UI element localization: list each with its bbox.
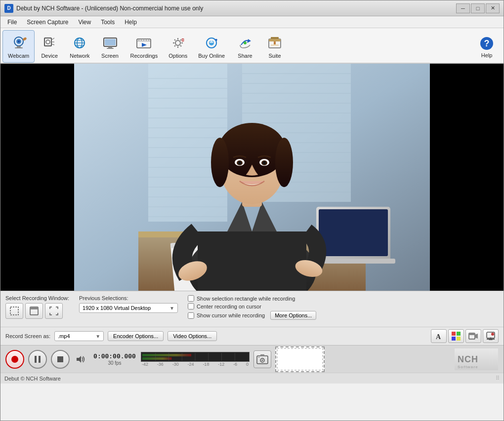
previous-selections-value: 1920 x 1080 Virtual Desktop [83, 305, 151, 311]
toolbar-btn-network[interactable]: Network [64, 30, 95, 63]
checkboxes-section: Show selection rectangle while recording… [188, 295, 499, 320]
toolbar-btn-options[interactable]: Options [163, 30, 193, 63]
svg-rect-128 [57, 356, 63, 362]
svg-rect-121 [469, 333, 475, 335]
svg-marker-129 [77, 356, 81, 363]
toolbar-btn-screen[interactable]: Screen [95, 30, 125, 63]
svg-rect-112 [10, 307, 18, 315]
video-canvas [74, 64, 430, 291]
options-label: Options [168, 53, 187, 59]
maximize-button[interactable]: □ [471, 3, 485, 13]
app-icon: D [4, 4, 13, 13]
svg-rect-131 [142, 357, 171, 359]
encoder-options-button[interactable]: Encoder Options... [108, 331, 164, 341]
video-effect-tool-button[interactable] [465, 329, 481, 343]
title-text: Debut by NCH Software - (Unlicensed) Non… [16, 5, 456, 12]
checkbox-row-center-cursor: Center recording on cursor [188, 303, 499, 309]
volume-button[interactable] [74, 352, 88, 367]
menu-bar: File Screen Capture View Tools Help [0, 16, 504, 28]
previous-selections-section: Previous Selections: 1920 x 1080 Virtual… [79, 295, 178, 313]
timecode-display: 0:00:00.000 [93, 353, 136, 360]
menu-view[interactable]: View [73, 18, 96, 27]
svg-rect-93 [319, 209, 388, 256]
pause-button[interactable] [28, 350, 47, 369]
webcam-icon [10, 34, 28, 52]
toolbar: Webcam Device Network [0, 28, 504, 64]
svg-line-35 [180, 39, 181, 40]
center-cursor-label: Center recording on cursor [197, 304, 261, 309]
previous-selections-dropdown[interactable]: 1920 x 1080 Virtual Desktop ▼ [79, 303, 178, 313]
svg-text:NCH: NCH [458, 354, 478, 364]
menu-file[interactable]: File [2, 18, 22, 27]
toolbar-btn-webcam[interactable]: Webcam [2, 30, 35, 63]
minimize-button[interactable]: ─ [456, 3, 470, 13]
svg-rect-130 [142, 354, 191, 356]
video-area [0, 64, 504, 291]
svg-point-2 [18, 40, 20, 42]
svg-rect-140 [260, 354, 264, 356]
color-effect-tool-button[interactable] [448, 329, 464, 343]
record-format-row: Record Screen as: .mp4 ▼ Encoder Options… [0, 327, 504, 345]
fullscreen-btn[interactable] [45, 303, 63, 319]
format-value: .mp4 [58, 333, 70, 339]
stop-button[interactable] [51, 350, 70, 369]
svg-point-142 [261, 359, 263, 361]
menu-help[interactable]: Help [120, 18, 142, 27]
toolbar-btn-suite[interactable]: Suite [260, 30, 290, 63]
toolbar-btn-help[interactable]: ? Help [472, 30, 502, 63]
device-icon [41, 34, 58, 52]
svg-text:A: A [436, 333, 441, 341]
svg-marker-122 [475, 334, 478, 339]
toolbar-btn-device[interactable]: Device [35, 30, 64, 63]
svg-rect-116 [452, 332, 456, 336]
more-options-button[interactable]: More Options... [270, 311, 316, 320]
video-options-button[interactable]: Video Options... [168, 331, 217, 341]
show-selection-checkbox[interactable] [188, 295, 194, 302]
checkbox-row-show-selection: Show selection rectangle while recording [188, 295, 499, 302]
toolbar-btn-buyonline[interactable]: Buy Online [193, 30, 230, 63]
nch-logo: NCH Software [454, 349, 499, 369]
title-bar: D Debut by NCH Software - (Unlicensed) N… [0, 0, 504, 16]
select-region-btn[interactable] [5, 303, 23, 319]
text-overlay-tool-button[interactable]: A [431, 329, 447, 343]
resize-grip-icon: ⠿ [496, 376, 500, 381]
network-icon [71, 34, 88, 52]
record-button[interactable] [5, 350, 24, 369]
recordings-icon [135, 34, 153, 52]
svg-rect-119 [457, 337, 461, 341]
format-dropdown[interactable]: .mp4 ▼ [54, 331, 104, 341]
show-cursor-checkbox[interactable] [188, 312, 194, 319]
record-btns [5, 303, 69, 319]
buyonline-label: Buy Online [198, 53, 225, 59]
menu-tools[interactable]: Tools [96, 18, 120, 27]
select-window-btn[interactable] [25, 303, 43, 319]
svg-point-103 [275, 138, 293, 187]
fps-display: 30 fps [108, 360, 121, 366]
svg-point-108 [238, 161, 241, 164]
device-label: Device [41, 53, 58, 59]
select-recording-section: Select Recording Window: [5, 295, 69, 319]
svg-point-44 [244, 41, 247, 44]
svg-point-109 [263, 161, 266, 164]
center-cursor-checkbox[interactable] [188, 303, 194, 309]
svg-rect-49 [271, 44, 279, 46]
transport-bar: 0:00:00.000 30 fps [0, 345, 504, 373]
menu-screen-capture[interactable]: Screen Capture [22, 18, 73, 27]
svg-point-102 [211, 138, 229, 187]
help-label: Help [481, 52, 493, 58]
screen-icon [101, 34, 119, 52]
svg-rect-117 [457, 332, 461, 336]
toolbar-btn-share[interactable]: Share [230, 30, 260, 63]
svg-rect-6 [44, 38, 51, 46]
svg-line-34 [180, 45, 181, 46]
select-recording-label: Select Recording Window: [5, 295, 69, 301]
level-labels: -42 -36 -30 -24 -18 -12 -6 0 [142, 362, 249, 367]
stamp-tool-button[interactable] [483, 329, 499, 343]
screenshot-button[interactable] [253, 350, 271, 368]
svg-line-33 [174, 39, 175, 40]
close-button[interactable]: ✕ [486, 3, 500, 13]
toolbar-btn-recordings[interactable]: Recordings [125, 30, 164, 63]
svg-point-7 [46, 40, 50, 44]
svg-rect-96 [198, 231, 306, 291]
previous-selections-label: Previous Selections: [79, 295, 178, 301]
